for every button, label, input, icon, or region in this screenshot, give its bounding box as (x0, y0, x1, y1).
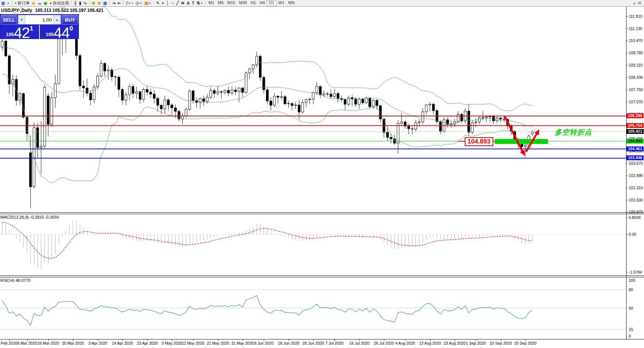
search-icon[interactable]: ⌕ (632, 0, 637, 6)
price-axis-tick-label: 107.750 (629, 87, 643, 92)
market-icon[interactable]: ☁ (36, 0, 42, 6)
price-axis-tick-label: 108.430 (629, 75, 643, 80)
chart-shift-icon[interactable]: ⇤ (116, 0, 122, 6)
date-label: 3 Apr 2020 (89, 341, 108, 345)
date-label: 23 Aug 2020 (444, 341, 466, 345)
timeframe-M1[interactable]: M1 (207, 0, 216, 6)
line-chart-icon[interactable]: ∿ (83, 0, 88, 6)
price-axis-tick (626, 90, 628, 90)
volume-input[interactable]: 1.00 (25, 15, 54, 24)
price-level-label: 104.461 (627, 146, 644, 151)
timeframe-M15[interactable]: M15 (225, 0, 237, 6)
price-axis-tick-label: 110.470 (629, 38, 643, 43)
rsi-indicator-label: RSI(14) 48.0770 (0, 278, 31, 283)
data-window-icon[interactable]: ⌕ (6, 0, 10, 6)
timeframe-MN[interactable]: MN (286, 0, 297, 6)
date-label: 13 Aug 2020 (419, 341, 441, 345)
tile-windows-icon[interactable]: ▦ (102, 0, 108, 6)
date-label: 18 Jun 2020 (278, 341, 299, 345)
trendline-icon[interactable]: ╱ (175, 0, 180, 6)
price-level-label: 105.754 (627, 123, 644, 128)
history-center-icon[interactable]: ◆ (31, 0, 36, 6)
date-label: Feb 2020 (1, 341, 17, 345)
auto-scroll-icon[interactable]: ⇥ (111, 0, 116, 6)
toolbar-separator (109, 0, 110, 4)
timeframe-D1[interactable]: D1 (267, 0, 276, 6)
date-label: 31 May 2020 (231, 341, 254, 345)
price-callout-label[interactable]: 104.893 (465, 137, 493, 146)
periods-icon[interactable]: ◷▼ (135, 0, 144, 6)
turning-point-annotation[interactable]: 多空转折点 (555, 128, 592, 137)
timeframe-M30[interactable]: M30 (237, 0, 249, 6)
arrows-icon[interactable]: ⇅▼ (195, 0, 204, 6)
sell-price-display[interactable]: 105421 (1, 25, 38, 39)
autotrading-button[interactable]: ●自动交易 (48, 0, 70, 6)
candlestick-chart-icon[interactable]: ▮ (78, 0, 83, 6)
sell-button[interactable]: SELL (1, 15, 17, 25)
price-axis-tick-label: 109.110 (629, 63, 643, 67)
rsi-axis-label: 80 (629, 287, 633, 292)
volume-down-button[interactable]: ▼ (18, 15, 25, 24)
date-label: 7 Jul 2020 (326, 341, 343, 345)
price-axis[interactable] (626, 6, 627, 339)
zoom-out-icon[interactable]: ⊖ (96, 0, 102, 6)
fibonacci-icon[interactable]: ≋ (180, 0, 185, 6)
price-axis-tick (626, 200, 628, 200)
rsi-axis-label: 15 (629, 327, 633, 332)
new-order-button[interactable]: +新订单 (13, 0, 31, 6)
chart-window-icon[interactable]: ▦ (0, 0, 6, 6)
macd-rsi-divider[interactable] (0, 276, 644, 277)
date-label: 28 Jun 2020 (302, 341, 324, 345)
price-axis-tick (626, 53, 628, 53)
signals-icon[interactable]: ◉ (42, 0, 48, 6)
timeframe-H1[interactable]: H1 (249, 0, 258, 6)
volume-up-button[interactable]: ▲ (54, 15, 61, 24)
bar-chart-icon[interactable]: ╫ (73, 0, 78, 6)
price-axis-tick (626, 41, 628, 41)
date-label: 21 May 2020 (207, 341, 230, 345)
text-icon[interactable]: A (186, 0, 191, 6)
date-label: 1 Sep 2020 (466, 341, 486, 345)
date-label: 3 May 2020 (162, 341, 182, 345)
vline-icon[interactable]: │ (165, 0, 170, 6)
zoom-in-icon[interactable]: ⊕ (91, 0, 96, 6)
price-level-label: 106.288 (627, 113, 644, 118)
macd-axis-label: -1.5784 (629, 270, 642, 274)
price-axis-tick (626, 212, 628, 212)
cursor-icon[interactable]: ↖ (155, 0, 160, 6)
time-axis[interactable]: Feb 20206 Mar 202016 Mar 202025 Mar 2020… (0, 339, 644, 348)
label-icon[interactable]: T (191, 0, 196, 6)
price-axis-tick-label: 111.130 (629, 26, 642, 31)
hline-icon[interactable]: ─ (170, 0, 175, 6)
chat-icon[interactable]: ✉ (637, 0, 643, 6)
price-axis-tick (626, 188, 628, 188)
timeframe-W1[interactable]: W1 (276, 0, 286, 6)
date-label: 23 Apr 2020 (137, 341, 158, 345)
date-label: 4 Aug 2020 (395, 341, 415, 345)
buy-price-display[interactable]: 105440 (41, 25, 78, 39)
mt4-terminal: { "toolbar": { "new_order_label": "新订单",… (0, 0, 644, 348)
toolbar-left-icons: ▦⌕+新订单◆☁◉●自动交易╫▮∿⊕⊖▦⇥⇤ƒ+▼◷▼▤▼↖+│─╱≋AT⇅▼ (0, 0, 207, 6)
toolbar-separator (205, 0, 206, 4)
price-axis-tick (626, 163, 628, 164)
price-axis-tick (626, 16, 628, 17)
rsi-axis-label: 0 (629, 334, 631, 338)
templates-icon[interactable]: ▤▼ (143, 0, 152, 6)
price-level-label: 103.948 (627, 155, 644, 160)
crosshair-icon[interactable]: + (161, 0, 165, 6)
timeframe-M5[interactable]: M5 (216, 0, 225, 6)
buy-button[interactable]: BUY (62, 15, 78, 25)
timeframe-H4[interactable]: H4 (258, 0, 267, 6)
toolbar-separator (153, 0, 154, 4)
price-axis-tick-label: 100.970 (629, 210, 643, 214)
main-chart[interactable] (0, 6, 644, 212)
rsi-panel[interactable] (0, 277, 644, 339)
date-label: 9 Jun 2020 (254, 341, 273, 345)
macd-panel[interactable] (0, 214, 644, 276)
main-macd-divider[interactable] (0, 212, 644, 214)
price-axis-tick (626, 77, 628, 78)
date-label: 16 Mar 2020 (38, 341, 60, 345)
indicators-icon[interactable]: ƒ+▼ (125, 0, 134, 6)
date-label: 10 Sep 2020 (490, 341, 512, 345)
price-level-label: 105.421 (627, 129, 644, 134)
